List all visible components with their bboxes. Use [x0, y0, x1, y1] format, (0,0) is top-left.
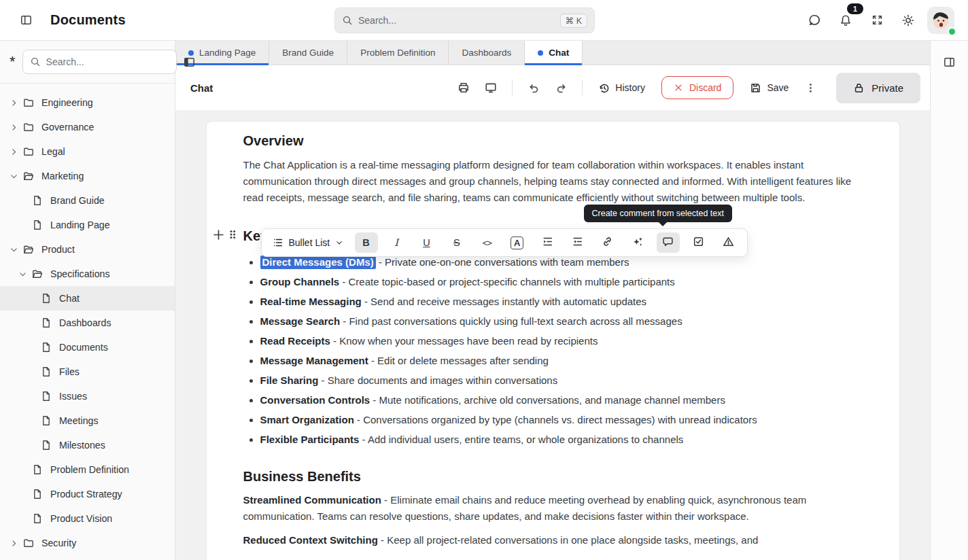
sidebar-item-documents[interactable]: Documents [0, 335, 175, 360]
sidebar-item-product-vision[interactable]: Product Vision [0, 506, 175, 531]
file-tree: EngineeringGovernanceLegalMarketingBrand… [0, 84, 175, 555]
feature-item[interactable]: File Sharing - Share documents and image… [260, 370, 863, 390]
feature-item[interactable]: Conversation Controls - Mute notificatio… [260, 390, 863, 410]
feature-item[interactable]: Group Channels - Create topic-based or p… [260, 272, 863, 292]
inline-code-icon: <> [483, 238, 491, 248]
document-icon [32, 464, 44, 475]
block-type-dropdown[interactable]: Bullet List [269, 237, 348, 248]
sidebar-item-legal[interactable]: Legal [0, 139, 175, 164]
redo-button[interactable] [549, 75, 573, 100]
callout-button[interactable] [716, 232, 740, 253]
sidebar-item-security[interactable]: Security [0, 531, 175, 555]
sidebar-item-engineering[interactable]: Engineering [0, 90, 175, 115]
save-button[interactable]: Save [743, 78, 795, 98]
feature-item[interactable]: Read Receipts - Know when your messages … [260, 331, 863, 351]
link-button[interactable] [596, 232, 619, 253]
comment-button[interactable] [657, 232, 680, 253]
feature-item[interactable]: Real-time Messaging - Send and receive m… [260, 292, 863, 311]
sidebar-search[interactable] [22, 50, 177, 74]
history-button[interactable]: History [591, 78, 652, 98]
benefit-paragraph[interactable]: Streamlined Communication - Eliminate em… [243, 492, 863, 525]
feature-lead[interactable]: Real-time Messaging [260, 296, 362, 307]
sidebar-item-issues[interactable]: Issues [0, 384, 175, 408]
user-avatar[interactable] [927, 7, 954, 34]
present-button[interactable] [479, 75, 503, 100]
feature-lead[interactable]: File Sharing [260, 374, 319, 386]
link-icon [602, 236, 613, 249]
visibility-button[interactable]: Private [836, 73, 920, 103]
outdent-button[interactable] [566, 232, 589, 253]
sidebar-item-dashboards[interactable]: Dashboards [0, 311, 175, 335]
sidebar-collapse-button[interactable] [184, 50, 195, 74]
document-title: Chat [190, 82, 213, 94]
overview-paragraph[interactable]: The Chat Application is a real-time mess… [243, 157, 863, 206]
selected-text[interactable]: Direct Messages (DMs) [260, 256, 376, 269]
global-search[interactable]: ⌘ K [334, 7, 595, 33]
feature-lead[interactable]: Message Management [260, 355, 368, 366]
features-list: Direct Messages (DMs) - Private one-on-o… [243, 252, 863, 449]
add-block-icon[interactable] [212, 228, 225, 241]
feature-lead[interactable]: Flexible Participants [260, 434, 360, 445]
feature-lead[interactable]: Conversation Controls [260, 394, 370, 406]
italic-button[interactable]: I [385, 232, 408, 253]
right-panel-toggle-button[interactable] [937, 50, 962, 74]
save-icon [750, 82, 761, 94]
discard-button[interactable]: Discard [661, 76, 733, 99]
feature-item[interactable]: Message Management - Edit or delete mess… [260, 351, 863, 370]
bold-button[interactable]: B [355, 232, 378, 253]
sidebar-item-meetings[interactable]: Meetings [0, 408, 175, 433]
undo-button[interactable] [521, 75, 546, 100]
print-button[interactable] [451, 75, 476, 100]
sidebar-search-input[interactable] [46, 56, 169, 67]
sidebar-item-chat[interactable]: Chat [0, 286, 175, 311]
feature-lead[interactable]: Group Channels [260, 276, 340, 287]
ai-assist-button[interactable] [626, 232, 649, 253]
feature-lead[interactable]: Read Receipts [260, 335, 330, 347]
document-toolbar-actions: History Discard Save Private [451, 73, 920, 103]
more-options-button[interactable] [798, 75, 823, 100]
strikethrough-icon: S [453, 237, 460, 248]
text-color-button[interactable]: A [506, 232, 529, 253]
tab-chat[interactable]: Chat [525, 41, 583, 65]
task-list-button[interactable] [687, 232, 710, 253]
feature-lead[interactable]: Message Search [260, 315, 341, 327]
inline-code-button[interactable]: <> [475, 232, 498, 253]
tab-problem-definition[interactable]: Problem Definition [347, 41, 449, 65]
sidebar-item-marketing[interactable]: Marketing [0, 164, 175, 188]
sidebar-item-files[interactable]: Files [0, 360, 175, 384]
benefit-paragraph[interactable]: Reduced Context Switching - Keep all pro… [243, 532, 863, 548]
chat-bubble-icon [808, 14, 821, 27]
sidebar-toggle-button[interactable] [14, 8, 38, 33]
tab-brand-guide[interactable]: Brand Guide [269, 41, 347, 65]
feature-item[interactable]: Message Search - Find past conversations… [260, 311, 863, 331]
sidebar-item-governance[interactable]: Governance [0, 115, 175, 139]
sidebar-item-landing-page[interactable]: Landing Page [0, 213, 175, 237]
drag-handle-icon[interactable] [228, 229, 237, 240]
underline-button[interactable]: U [415, 232, 438, 253]
chevron-right-icon [10, 99, 23, 107]
chevron-down-icon [335, 239, 343, 247]
feature-lead[interactable]: Smart Organization [260, 414, 354, 425]
fullscreen-button[interactable] [865, 8, 889, 33]
strikethrough-button[interactable]: S [445, 232, 468, 253]
sidebar-item-milestones[interactable]: Milestones [0, 433, 175, 457]
sidebar-item-specifications[interactable]: Specifications [0, 262, 175, 286]
sidebar-item-product-strategy[interactable]: Product Strategy [0, 482, 175, 506]
theme-toggle-button[interactable] [896, 8, 920, 33]
feature-item[interactable]: Smart Organization - Conversations organ… [260, 410, 863, 430]
sidebar-item-label: Issues [59, 391, 87, 402]
sidebar-item-problem-definition[interactable]: Problem Definition [0, 457, 175, 482]
business-benefits-heading[interactable]: Business Benefits [243, 468, 863, 485]
favorites-icon[interactable]: * [10, 54, 16, 69]
indent-button[interactable] [536, 232, 559, 253]
discard-label: Discard [689, 82, 721, 93]
online-status-dot [948, 27, 956, 36]
feature-item[interactable]: Flexible Participants - Add individual u… [260, 430, 863, 449]
document-scroll-area[interactable]: Overview The Chat Application is a real-… [175, 110, 930, 560]
global-search-input[interactable] [358, 15, 555, 26]
messages-button[interactable] [802, 8, 827, 33]
sidebar-item-product[interactable]: Product [0, 237, 175, 262]
tab-dashboards[interactable]: Dashboards [449, 41, 525, 65]
sidebar-item-brand-guide[interactable]: Brand Guide [0, 188, 175, 213]
overview-heading[interactable]: Overview [243, 133, 863, 149]
